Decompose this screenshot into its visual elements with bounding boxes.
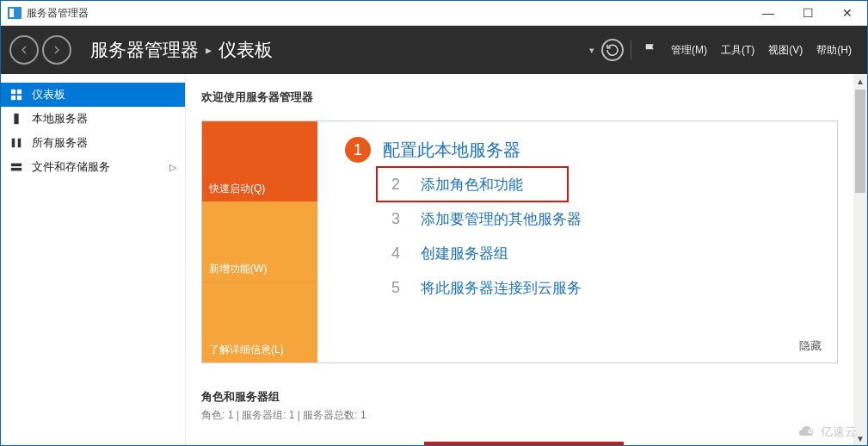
sidebar-item-label: 仪表板 — [32, 87, 65, 102]
nav-forward-button[interactable] — [42, 35, 71, 65]
step-number: 2 — [383, 171, 409, 197]
step-number: 1 — [345, 137, 371, 163]
breadcrumb-app[interactable]: 服务器管理器 — [90, 38, 199, 62]
watermark: 亿速云 — [795, 424, 857, 440]
app-header: 服务器管理器 ▸ 仪表板 ▾ 管理(M) 工具(T) 视图(V) 帮助(H) — [1, 26, 867, 74]
nav-back-button[interactable] — [9, 35, 39, 65]
step-number: 4 — [383, 240, 409, 266]
sidebar-item-local-server[interactable]: 本地服务器 — [1, 107, 185, 131]
sidebar: 仪表板 本地服务器 所有服务器 文件和存储服务 ▷ — [1, 74, 186, 445]
welcome-heading: 欢迎使用服务器管理器 — [201, 90, 838, 105]
chevron-right-icon: ▸ — [206, 43, 212, 57]
svg-rect-2 — [11, 96, 15, 100]
app-icon — [8, 7, 22, 19]
sidebar-item-all-servers[interactable]: 所有服务器 — [1, 131, 185, 155]
hide-link[interactable]: 隐藏 — [799, 338, 822, 354]
breadcrumb: 服务器管理器 ▸ 仪表板 — [90, 38, 273, 62]
dashboard-icon — [9, 88, 23, 102]
svg-rect-3 — [17, 96, 22, 100]
svg-rect-1 — [17, 90, 22, 94]
server-icon — [9, 112, 23, 126]
task-cloud-connect[interactable]: 5 将此服务器连接到云服务 — [383, 275, 813, 300]
svg-rect-4 — [14, 114, 18, 124]
refresh-button[interactable] — [601, 39, 624, 61]
roles-subheading: 角色: 1 | 服务器组: 1 | 服务器总数: 1 — [201, 408, 838, 423]
task-configure-server[interactable]: 1 配置此本地服务器 — [345, 137, 813, 163]
tile-label: 快速启动(Q) — [209, 182, 265, 196]
task-label: 将此服务器连接到云服务 — [421, 278, 582, 298]
scroll-thumb[interactable] — [855, 90, 865, 193]
servers-icon — [9, 136, 23, 150]
menu-manage[interactable]: 管理(M) — [664, 43, 714, 58]
tile-column: 快速启动(Q) 新增功能(W) 了解详细信息(L) — [202, 121, 317, 362]
maximize-button[interactable]: ☐ — [788, 1, 828, 25]
breadcrumb-page[interactable]: 仪表板 — [219, 38, 273, 62]
titlebar: 服务器管理器 — ☐ ✕ — [1, 1, 867, 26]
svg-rect-8 — [11, 168, 22, 171]
notifications-flag-icon[interactable] — [638, 38, 662, 62]
task-create-group[interactable]: 4 创建服务器组 — [383, 240, 813, 266]
close-button[interactable]: ✕ — [828, 1, 867, 25]
tile-label: 了解详细信息(L) — [209, 343, 284, 357]
svg-rect-0 — [11, 90, 15, 94]
sidebar-item-label: 本地服务器 — [32, 111, 88, 127]
vertical-scrollbar[interactable]: ▲ ▼ — [853, 74, 867, 445]
sidebar-item-label: 所有服务器 — [32, 135, 88, 151]
tile-quick-start[interactable]: 快速启动(Q) — [202, 121, 317, 201]
svg-rect-5 — [12, 139, 15, 148]
menu-help[interactable]: 帮助(H) — [810, 43, 859, 58]
menu-view[interactable]: 视图(V) — [761, 43, 810, 58]
storage-icon — [9, 160, 23, 174]
tasks-area: 1 配置此本地服务器 2 添加角色和功能 3 添加要管理的其他服务器 — [317, 121, 837, 362]
svg-rect-7 — [11, 164, 22, 167]
task-label: 创建服务器组 — [421, 244, 508, 263]
tile-whats-new[interactable]: 新增功能(W) — [202, 201, 317, 282]
separator — [631, 40, 631, 59]
menu-tools[interactable]: 工具(T) — [714, 43, 761, 58]
roles-heading: 角色和服务器组 — [201, 389, 838, 405]
watermark-text: 亿速云 — [821, 424, 857, 440]
scroll-up-arrow[interactable]: ▲ — [853, 74, 867, 88]
sidebar-item-dashboard[interactable]: 仪表板 — [1, 83, 185, 107]
svg-rect-6 — [18, 139, 22, 148]
svg-point-10 — [810, 431, 811, 432]
window-title: 服务器管理器 — [27, 6, 748, 21]
step-number: 5 — [383, 275, 409, 300]
task-label: 配置此本地服务器 — [383, 139, 520, 162]
tile-learn-more[interactable]: 了解详细信息(L) — [202, 282, 317, 362]
task-label: 添加要管理的其他服务器 — [421, 209, 582, 229]
task-add-servers[interactable]: 3 添加要管理的其他服务器 — [383, 206, 813, 232]
task-label: 添加角色和功能 — [421, 175, 523, 195]
sidebar-item-file-storage[interactable]: 文件和存储服务 ▷ — [1, 155, 185, 179]
main-content: 欢迎使用服务器管理器 快速启动(Q) 新增功能(W) 了解详细信息(L) 1 配… — [186, 74, 867, 445]
task-add-roles[interactable]: 2 添加角色和功能 — [383, 171, 813, 197]
step-number: 3 — [383, 206, 409, 232]
chevron-right-icon: ▷ — [169, 162, 176, 173]
breadcrumb-dropdown-icon[interactable]: ▾ — [589, 45, 594, 56]
sidebar-item-label: 文件和存储服务 — [32, 159, 110, 175]
minimize-button[interactable]: — — [748, 1, 788, 25]
highlight-bar — [424, 442, 624, 445]
tile-label: 新增功能(W) — [209, 262, 267, 276]
welcome-panel: 快速启动(Q) 新增功能(W) 了解详细信息(L) 1 配置此本地服务器 2 添… — [201, 121, 838, 363]
